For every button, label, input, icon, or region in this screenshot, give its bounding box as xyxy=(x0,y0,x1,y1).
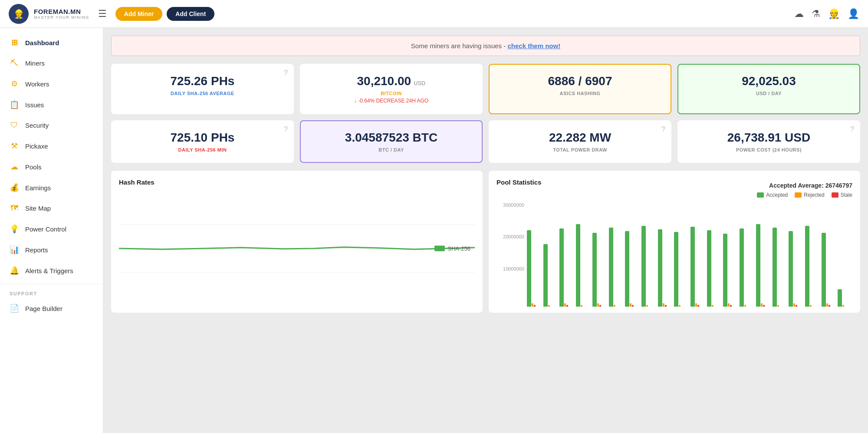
stale-legend-label: Stale xyxy=(841,192,852,198)
bar-group xyxy=(789,231,803,307)
header-icons: ☁ ⚗ 👷 👤 xyxy=(794,8,859,20)
sidebar-label-miners: Miners xyxy=(25,59,45,67)
cloud-upload-icon[interactable]: ☁ xyxy=(794,8,804,20)
sidebar-item-dashboard[interactable]: ⊞ Dashboard xyxy=(0,32,103,53)
sidebar-item-pools[interactable]: ☁ Pools xyxy=(0,156,103,177)
rejected-bar xyxy=(614,305,615,307)
stale-bar xyxy=(796,305,797,307)
accepted-legend-box xyxy=(757,192,764,198)
pool-bars xyxy=(527,202,852,307)
stale-bar xyxy=(534,305,536,307)
stat-value-usd-day: 92,025.03 xyxy=(687,74,851,88)
stat-card-usd-day: 92,025.03 USD / Day xyxy=(677,64,860,114)
sidebar-item-workers[interactable]: ⚙ Workers xyxy=(0,73,103,94)
logo-title: FOREMAN.MN xyxy=(34,8,89,15)
pool-bar-chart: 30000000 20000000 10000000 xyxy=(496,202,852,298)
sidebar: ⊞ Dashboard ⛏ Miners ⚙ Workers 📋 Issues … xyxy=(0,28,103,433)
pool-chart-card: Pool Statistics Accepted Average: 267467… xyxy=(489,171,860,313)
help-icon-power-draw[interactable]: ? xyxy=(661,126,665,133)
bar-group xyxy=(822,233,836,307)
help-icon-power-cost[interactable]: ? xyxy=(850,126,854,133)
bar-group xyxy=(756,224,771,307)
pickaxe-icon: ⚒ xyxy=(10,141,19,151)
sidebar-label-pools: Pools xyxy=(25,163,42,171)
stale-bar xyxy=(599,305,601,307)
logo-icon: 👷 xyxy=(9,4,29,24)
stat-label-hashrate-min: DAILY SHA-256 MIN xyxy=(121,147,284,152)
add-client-button[interactable]: Add Client xyxy=(167,7,214,21)
stale-bar xyxy=(763,305,765,307)
rejected-bar xyxy=(679,305,681,307)
sidebar-item-power-control[interactable]: 💡 Power Control xyxy=(0,218,103,239)
stat-card-power-cost: ? 26,738.91 USD POWER COST (24 HOURS) xyxy=(677,120,860,163)
bar-group xyxy=(609,228,624,307)
sidebar-item-pickaxe[interactable]: ⚒ Pickaxe xyxy=(0,136,103,156)
sidebar-item-issues[interactable]: 📋 Issues xyxy=(0,94,103,115)
sidebar-label-security: Security xyxy=(25,122,49,129)
worker-icon[interactable]: 👷 xyxy=(828,8,840,20)
sidebar-item-earnings[interactable]: 💰 Earnings xyxy=(0,177,103,198)
rejected-bar xyxy=(663,303,664,307)
accepted-bar xyxy=(609,228,613,307)
issues-icon: 📋 xyxy=(10,100,19,109)
add-miner-button[interactable]: Add Miner xyxy=(115,7,162,21)
pool-legend-stale: Stale xyxy=(832,192,852,198)
sidebar-item-miners[interactable]: ⛏ Miners xyxy=(0,53,103,73)
user-icon[interactable]: 👤 xyxy=(848,8,859,20)
stat-label-usd-day: USD / Day xyxy=(687,91,851,96)
logo-area: 👷 FOREMAN.MN MASTER YOUR MINING xyxy=(9,4,89,24)
bar-group xyxy=(559,228,574,307)
stat-value-btc-price: 30,210.00 xyxy=(357,74,411,88)
alert-link[interactable]: check them now! xyxy=(507,42,560,50)
bar-group xyxy=(641,226,656,307)
rejected-bar xyxy=(777,305,779,307)
hashrate-legend: SHA-256 xyxy=(434,245,470,252)
sidebar-label-page-builder: Page Builder xyxy=(25,305,62,312)
accepted-bar xyxy=(576,224,580,307)
filter-icon[interactable]: ⚗ xyxy=(812,8,820,20)
sidebar-item-security[interactable]: 🛡 Security xyxy=(0,115,103,136)
bar-group xyxy=(690,227,705,307)
bar-group xyxy=(625,231,640,307)
bar-group xyxy=(543,244,558,307)
hashrate-chart-title: Hash Rates xyxy=(119,178,475,186)
bar-group xyxy=(576,224,591,307)
accepted-legend-label: Accepted xyxy=(766,192,788,198)
stats-grid: ? 725.26 PHs DAILY SHA-256 AVERAGE 30,21… xyxy=(111,64,860,163)
help-icon-hashrate-avg[interactable]: ? xyxy=(284,69,288,77)
power-control-icon: 💡 xyxy=(10,224,19,234)
bar-group xyxy=(740,228,754,307)
accepted-avg-value: 26746797 xyxy=(825,182,852,189)
page-builder-icon: 📄 xyxy=(10,304,19,313)
alert-banner: Some miners are having issues - check th… xyxy=(111,36,860,56)
accepted-avg-label: Accepted Average: xyxy=(769,182,824,189)
accepted-bar xyxy=(789,231,793,307)
accepted-bar xyxy=(559,228,564,307)
pool-legend: Accepted Rejected Stale xyxy=(496,192,852,198)
hashrate-legend-label: SHA-256 xyxy=(447,245,470,252)
accepted-bar xyxy=(543,244,548,307)
sidebar-item-sitemap[interactable]: 🗺 Site Map xyxy=(0,198,103,218)
bar-group xyxy=(723,234,738,307)
stat-card-hashrate-avg: ? 725.26 PHs DAILY SHA-256 AVERAGE xyxy=(111,64,294,114)
header: 👷 FOREMAN.MN MASTER YOUR MINING ☰ Add Mi… xyxy=(0,0,868,28)
help-icon-hashrate-min[interactable]: ? xyxy=(284,126,288,133)
miners-icon: ⛏ xyxy=(10,59,19,68)
rejected-bar xyxy=(761,303,763,307)
stale-bar xyxy=(566,305,568,307)
logo-text: FOREMAN.MN MASTER YOUR MINING xyxy=(34,8,89,20)
hamburger-icon[interactable]: ☰ xyxy=(98,8,107,20)
rejected-bar xyxy=(744,305,746,307)
rejected-bar xyxy=(712,305,713,307)
stat-card-hashrate-min: ? 725.10 PHs DAILY SHA-256 MIN xyxy=(111,120,294,163)
rejected-bar xyxy=(548,305,550,307)
bar-group xyxy=(707,230,722,307)
accepted-bar xyxy=(805,226,809,307)
sidebar-item-alerts[interactable]: 🔔 Alerts & Triggers xyxy=(0,260,103,281)
bar-group xyxy=(773,228,787,307)
stat-card-btc-day: 3.04587523 BTC BTC / Day xyxy=(300,120,483,163)
sidebar-item-reports[interactable]: 📊 Reports xyxy=(0,239,103,260)
sidebar-item-page-builder[interactable]: 📄 Page Builder xyxy=(0,298,103,319)
pool-legend-rejected: Rejected xyxy=(795,192,824,198)
sidebar-label-reports: Reports xyxy=(25,246,48,254)
